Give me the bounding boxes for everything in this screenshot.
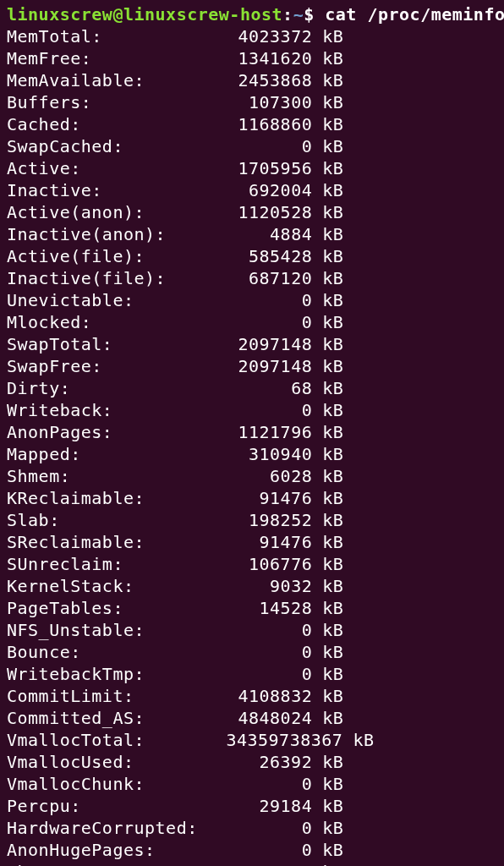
meminfo-unit: kB	[322, 201, 343, 223]
meminfo-unit: kB	[322, 861, 343, 866]
meminfo-value: 310940	[211, 443, 312, 465]
prompt-user-host: linuxscrew@linuxscrew-host	[7, 4, 282, 25]
meminfo-key: SwapTotal:	[7, 333, 211, 355]
meminfo-key: AnonHugePages:	[7, 839, 211, 861]
meminfo-row: SwapCached:0kB	[7, 135, 497, 157]
meminfo-row: Writeback:0kB	[7, 399, 497, 421]
meminfo-row: Active(anon):1120528kB	[7, 201, 497, 223]
meminfo-row: SUnreclaim:106776kB	[7, 553, 497, 575]
meminfo-row: Cached:1168860kB	[7, 113, 497, 135]
meminfo-value: 1120528	[211, 201, 312, 223]
prompt-path: ~	[293, 4, 304, 25]
meminfo-unit: kB	[322, 355, 343, 377]
meminfo-row: Buffers:107300kB	[7, 91, 497, 113]
meminfo-key: Dirty:	[7, 377, 211, 399]
meminfo-row: SReclaimable:91476kB	[7, 531, 497, 553]
meminfo-row: MemFree:1341620kB	[7, 47, 497, 69]
meminfo-unit: kB	[322, 179, 343, 201]
meminfo-value: 26392	[211, 751, 312, 773]
meminfo-unit: kB	[322, 47, 343, 69]
meminfo-unit: kB	[322, 817, 343, 839]
meminfo-key: Bounce:	[7, 641, 211, 663]
meminfo-value: 0	[211, 311, 312, 333]
meminfo-unit: kB	[353, 729, 374, 751]
meminfo-unit: kB	[322, 157, 343, 179]
meminfo-value: 0	[211, 817, 312, 839]
meminfo-row: PageTables:14528kB	[7, 597, 497, 619]
meminfo-key: Committed_AS:	[7, 707, 211, 729]
meminfo-key: ShmemHugePages:	[7, 861, 211, 866]
prompt-colon: :	[282, 4, 293, 25]
meminfo-key: Shmem:	[7, 465, 211, 487]
meminfo-key: VmallocUsed:	[7, 751, 211, 773]
meminfo-unit: kB	[322, 751, 343, 773]
meminfo-unit: kB	[322, 267, 343, 289]
meminfo-value: 29184	[211, 795, 312, 817]
meminfo-row: MemAvailable:2453868kB	[7, 69, 497, 91]
prompt-dollar: $	[304, 4, 315, 25]
meminfo-unit: kB	[322, 421, 343, 443]
meminfo-row: SwapTotal:2097148kB	[7, 333, 497, 355]
meminfo-value: 1705956	[211, 157, 312, 179]
meminfo-row: VmallocUsed:26392kB	[7, 751, 497, 773]
meminfo-value: 0	[211, 773, 312, 795]
meminfo-value: 1168860	[211, 113, 312, 135]
meminfo-key: Percpu:	[7, 795, 211, 817]
meminfo-row: Inactive:692004kB	[7, 179, 497, 201]
terminal-output: MemTotal:4023372kBMemFree:1341620kBMemAv…	[7, 25, 497, 866]
meminfo-key: KReclaimable:	[7, 487, 211, 509]
meminfo-value: 4884	[211, 223, 312, 245]
meminfo-row: AnonPages:1121796kB	[7, 421, 497, 443]
meminfo-unit: kB	[322, 91, 343, 113]
meminfo-key: SUnreclaim:	[7, 553, 211, 575]
meminfo-row: KReclaimable:91476kB	[7, 487, 497, 509]
meminfo-key: VmallocChunk:	[7, 773, 211, 795]
meminfo-key: Writeback:	[7, 399, 211, 421]
meminfo-value: 0	[211, 619, 312, 641]
meminfo-unit: kB	[322, 553, 343, 575]
meminfo-row: Bounce:0kB	[7, 641, 497, 663]
meminfo-key: Cached:	[7, 113, 211, 135]
meminfo-value: 585428	[211, 245, 312, 267]
meminfo-unit: kB	[322, 245, 343, 267]
meminfo-unit: kB	[322, 509, 343, 531]
meminfo-value: 34359738367	[211, 729, 343, 751]
meminfo-value: 1341620	[211, 47, 312, 69]
meminfo-key: Active(file):	[7, 245, 211, 267]
meminfo-value: 0	[211, 641, 312, 663]
meminfo-key: Mlocked:	[7, 311, 211, 333]
meminfo-unit: kB	[322, 377, 343, 399]
meminfo-unit: kB	[322, 25, 343, 47]
meminfo-key: VmallocTotal:	[7, 729, 211, 751]
meminfo-value: 1121796	[211, 421, 312, 443]
meminfo-unit: kB	[322, 795, 343, 817]
meminfo-value: 106776	[211, 553, 312, 575]
meminfo-key: Buffers:	[7, 91, 211, 113]
meminfo-unit: kB	[322, 399, 343, 421]
meminfo-key: PageTables:	[7, 597, 211, 619]
meminfo-key: SwapFree:	[7, 355, 211, 377]
meminfo-row: CommitLimit:4108832kB	[7, 685, 497, 707]
meminfo-value: 2097148	[211, 333, 312, 355]
meminfo-row: Percpu:29184kB	[7, 795, 497, 817]
meminfo-row: Shmem:6028kB	[7, 465, 497, 487]
meminfo-unit: kB	[322, 135, 343, 157]
meminfo-value: 0	[211, 289, 312, 311]
meminfo-row: SwapFree:2097148kB	[7, 355, 497, 377]
meminfo-unit: kB	[322, 619, 343, 641]
meminfo-unit: kB	[322, 289, 343, 311]
meminfo-unit: kB	[322, 223, 343, 245]
meminfo-value: 6028	[211, 465, 312, 487]
meminfo-unit: kB	[322, 333, 343, 355]
meminfo-value: 2453868	[211, 69, 312, 91]
meminfo-key: Inactive(file):	[7, 267, 211, 289]
meminfo-value: 4108832	[211, 685, 312, 707]
meminfo-value: 0	[211, 135, 312, 157]
meminfo-unit: kB	[322, 663, 343, 685]
meminfo-value: 198252	[211, 509, 312, 531]
meminfo-key: Mapped:	[7, 443, 211, 465]
meminfo-row: HardwareCorrupted:0kB	[7, 817, 497, 839]
meminfo-key: MemFree:	[7, 47, 211, 69]
terminal-command[interactable]: cat /proc/meminfo	[315, 4, 504, 25]
meminfo-value: 4023372	[211, 25, 312, 47]
